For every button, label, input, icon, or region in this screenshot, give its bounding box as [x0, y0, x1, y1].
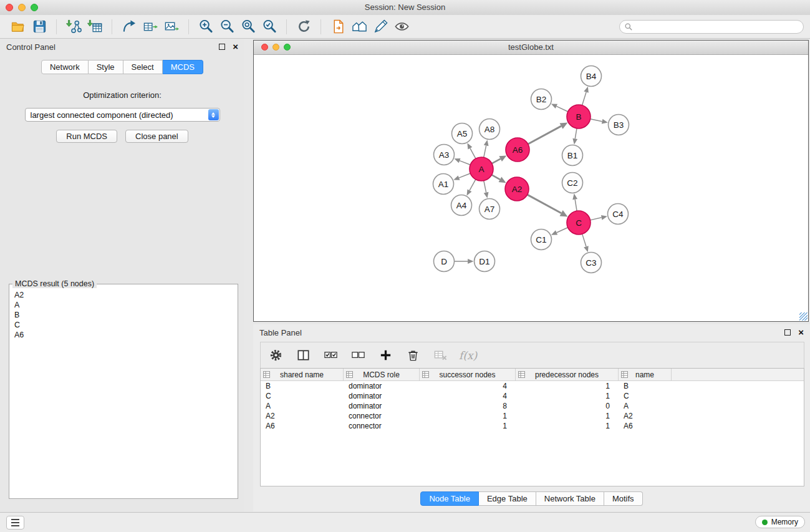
graph-edge-A-A3[interactable] — [460, 161, 470, 165]
add-row-button[interactable] — [377, 347, 394, 364]
close-table-panel-icon[interactable]: × — [798, 329, 804, 336]
table-row[interactable]: Bdominator41B — [261, 381, 804, 391]
eye-button[interactable] — [391, 17, 412, 37]
refresh-button[interactable] — [293, 17, 314, 37]
control-panel-title: Control Panel — [6, 42, 55, 52]
graph-node-label: B2 — [536, 95, 547, 104]
delete-row-button[interactable] — [404, 347, 422, 364]
homes-button[interactable] — [349, 17, 370, 37]
select-all-button[interactable] — [322, 347, 339, 364]
search-input[interactable] — [635, 22, 798, 32]
graph-edge-A-A4[interactable] — [470, 180, 476, 191]
resize-grip-icon[interactable] — [799, 312, 808, 321]
brush-button[interactable] — [370, 17, 391, 37]
status-bar: Memory — [0, 512, 810, 532]
table-row[interactable]: Adominator80A — [261, 401, 804, 411]
graph-edge-A-A1[interactable] — [459, 173, 470, 178]
mcds-result-item[interactable]: A6 — [9, 330, 238, 340]
save-session-icon — [32, 19, 47, 34]
graph-edge-A-A7[interactable] — [484, 181, 486, 193]
search-box[interactable] — [619, 20, 804, 34]
column-header-shared-name[interactable]: shared name — [261, 369, 344, 380]
graph-edge-A-A2[interactable] — [492, 175, 500, 180]
mcds-result-item[interactable]: B — [9, 310, 238, 320]
graph-edge-B-B4[interactable] — [582, 92, 587, 105]
tab-style[interactable]: Style — [89, 60, 123, 74]
mcds-result-item[interactable]: A — [9, 300, 238, 310]
graph-edge-C-C4[interactable] — [591, 218, 602, 220]
zoom-selected-button[interactable] — [259, 17, 280, 37]
graph-edge-A-A6[interactable] — [492, 159, 501, 163]
settings-button[interactable] — [267, 347, 284, 364]
export-network-button[interactable] — [118, 17, 140, 37]
zoom-in-button[interactable] — [195, 17, 216, 37]
memory-label: Memory — [771, 518, 798, 526]
network-minimize-button[interactable] — [272, 44, 279, 51]
graph-node-label: A3 — [439, 150, 450, 160]
export-image-button[interactable] — [161, 17, 182, 37]
close-panel-icon[interactable]: × — [233, 44, 238, 50]
graph-node-label: A7 — [485, 205, 495, 214]
import-network-icon — [66, 19, 82, 34]
zoom-out-button[interactable] — [216, 17, 238, 37]
graph-edge-A2-C[interactable] — [528, 195, 561, 213]
graph-edge-A-A8[interactable] — [484, 145, 486, 157]
graph-node-label: C3 — [586, 258, 596, 268]
tab-mcds[interactable]: MCDS — [163, 60, 203, 74]
tab-node-table[interactable]: Node Table — [420, 491, 479, 506]
tab-select[interactable]: Select — [123, 60, 163, 74]
graph-edge-A6-B[interactable] — [528, 126, 561, 144]
tab-network[interactable]: Network — [41, 60, 89, 74]
graph-edge-B-B3[interactable] — [591, 119, 602, 122]
network-canvas[interactable]: AA1A2A3A4A5A6A7A8BB1B2B3B4CC1C2C3C4DD1 — [254, 55, 808, 321]
delete-table-button[interactable] — [432, 347, 449, 364]
status-menu-button[interactable] — [6, 516, 24, 530]
tab-edge-table[interactable]: Edge Table — [479, 491, 536, 506]
column-header-successor-nodes[interactable]: successor nodes — [420, 369, 516, 380]
table-panel-title: Table Panel — [259, 328, 302, 337]
graph-edge-B-B2[interactable] — [556, 106, 567, 112]
tab-network-table[interactable]: Network Table — [536, 491, 604, 506]
show-columns-button[interactable] — [294, 347, 312, 364]
table-cell: dominator — [344, 382, 420, 390]
function-builder-button[interactable]: f(x) — [459, 349, 477, 362]
import-network-button[interactable] — [63, 17, 84, 37]
export-table-button[interactable] — [140, 17, 161, 37]
window-zoom-button[interactable] — [31, 4, 38, 11]
table-row[interactable]: Cdominator41C — [261, 391, 804, 401]
network-close-button[interactable] — [261, 44, 268, 51]
close-panel-button[interactable]: Close panel — [125, 130, 188, 143]
graph-edge-B-B1[interactable] — [575, 128, 577, 139]
unselect-all-button[interactable] — [349, 347, 367, 364]
column-header-MCDS-role[interactable]: MCDS role — [344, 369, 420, 380]
tab-motifs[interactable]: Motifs — [604, 491, 643, 506]
graph-edge-A-A5[interactable] — [470, 148, 476, 159]
dropdown-stepper-icon[interactable] — [208, 109, 219, 120]
window-close-button[interactable] — [6, 4, 13, 11]
table-row[interactable]: A6connector11A6 — [261, 421, 804, 431]
workspace: Control Panel × NetworkStyleSelectMCDS O… — [0, 39, 810, 513]
float-panel-icon[interactable] — [219, 44, 225, 50]
document-export-button[interactable] — [327, 17, 349, 37]
column-header-predecessor-nodes[interactable]: predecessor nodes — [516, 369, 619, 380]
column-header-name[interactable]: name — [619, 369, 672, 380]
save-session-button[interactable] — [29, 17, 50, 37]
table-header-row: shared nameMCDS rolesuccessor nodesprede… — [261, 369, 804, 381]
graph-edge-C-C2[interactable] — [575, 200, 577, 211]
run-mcds-button[interactable]: Run MCDS — [56, 130, 117, 143]
mcds-result-item[interactable]: A2 — [9, 290, 238, 300]
table-row[interactable]: A2connector11A2 — [261, 411, 804, 421]
window-minimize-button[interactable] — [18, 4, 26, 11]
memory-button[interactable]: Memory — [755, 516, 805, 528]
mcds-result-item[interactable]: C — [9, 320, 238, 330]
network-graph[interactable]: AA1A2A3A4A5A6A7A8BB1B2B3B4CC1C2C3C4DD1 — [254, 55, 808, 321]
import-table-button[interactable] — [84, 17, 105, 37]
optimization-dropdown[interactable]: largest connected component (directed) — [25, 108, 220, 122]
graph-edge-C-C1[interactable] — [557, 228, 568, 233]
graph-edge-C-C3[interactable] — [582, 234, 586, 246]
float-table-panel-icon[interactable] — [784, 329, 791, 336]
network-zoom-button[interactable] — [284, 44, 291, 51]
zoom-fit-button[interactable] — [238, 17, 259, 37]
zoom-selected-icon — [262, 19, 277, 34]
open-file-button[interactable] — [7, 17, 29, 37]
